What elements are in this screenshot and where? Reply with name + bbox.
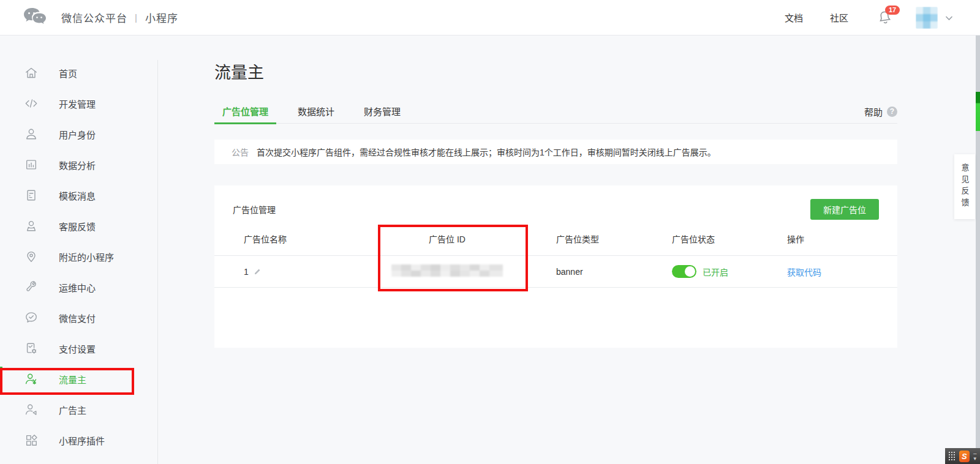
sidebar-item-nearby-miniprograms[interactable]: 附近的小程序	[0, 241, 157, 272]
get-code-link[interactable]: 获取代码	[787, 268, 821, 277]
ad-unit-management-card: 广告位管理 新建广告位 广告位名称 广告位 ID 广告位类型 广告位状态 操作 …	[214, 185, 897, 348]
ad-unit-table: 广告位名称 广告位 ID 广告位类型 广告位状态 操作 1	[214, 222, 897, 288]
sidebar-item-traffic-master[interactable]: 流量主	[0, 364, 157, 394]
page-title: 流量主	[214, 61, 897, 84]
sidebar-item-template-message[interactable]: 模板消息	[0, 180, 157, 211]
ad-unit-type: banner	[527, 267, 612, 277]
pay-settings-icon	[24, 342, 38, 355]
monetization-user-icon	[24, 372, 38, 386]
plugin-grid-icon	[24, 433, 38, 447]
main-content: 流量主 广告位管理 数据统计 财务管理 帮助 ? 公告 首次提交小程序广告组件，…	[214, 36, 897, 348]
sidebar-item-pay-settings[interactable]: 支付设置	[0, 333, 157, 364]
wechat-pay-icon	[24, 311, 38, 324]
sidebar-item-label: 附近的小程序	[59, 250, 114, 263]
feedback-tab[interactable]: 意见反馈	[954, 154, 975, 219]
col-header-action: 操作	[741, 233, 897, 245]
sidebar-item-customer-service[interactable]: 客服反馈	[0, 211, 157, 241]
question-circle-icon: ?	[887, 107, 897, 117]
sidebar-item-label: 流量主	[59, 373, 86, 386]
help-label: 帮助	[864, 105, 883, 118]
sidebar-item-ops-center[interactable]: 运维中心	[0, 272, 157, 302]
nav-community-link[interactable]: 社区	[830, 11, 848, 24]
brand-separator: |	[135, 12, 138, 23]
col-header-ad-name: 广告位名称	[214, 233, 368, 245]
col-header-ad-status: 广告位状态	[612, 233, 741, 245]
screenshot-tool-widget: S − ▼	[945, 448, 980, 464]
home-icon	[24, 66, 38, 80]
wrench-icon	[24, 280, 38, 294]
toggle-knob	[685, 266, 695, 277]
notification-bell[interactable]: 17	[878, 10, 892, 26]
sidebar-item-label: 支付设置	[59, 342, 96, 355]
sidebar-item-label: 首页	[59, 67, 77, 80]
sidebar-item-label: 运维中心	[59, 281, 96, 294]
bar-chart-icon	[24, 158, 38, 171]
help-button[interactable]: 帮助 ?	[864, 100, 897, 123]
announcement-bar: 公告 首次提交小程序广告组件，需经过合规性审核才能在线上展示；审核时间为1个工作…	[214, 140, 897, 164]
tab-ad-unit-management[interactable]: 广告位管理	[214, 100, 276, 123]
advertiser-user-icon	[24, 403, 38, 416]
ad-unit-name: 1	[244, 267, 249, 277]
sidebar-item-home[interactable]: 首页	[0, 58, 157, 88]
announcement-text: 首次提交小程序广告组件，需经过合规性审核才能在线上展示；审核时间为1个工作日，审…	[257, 146, 716, 158]
sidebar-item-label: 用户身份	[59, 128, 96, 141]
ad-unit-id-redacted	[391, 263, 503, 280]
minimize-icon[interactable]: −	[973, 451, 977, 456]
grid-dots-icon[interactable]	[948, 451, 957, 461]
sidebar-item-advertiser[interactable]: 广告主	[0, 394, 157, 425]
create-ad-unit-button[interactable]: 新建广告位	[810, 199, 879, 220]
notification-badge: 17	[885, 6, 900, 15]
tab-bar: 广告位管理 数据统计 财务管理 帮助 ?	[214, 100, 897, 124]
caret-down-icon[interactable]: ▼	[973, 456, 978, 462]
tab-data-statistics[interactable]: 数据统计	[290, 100, 342, 123]
tab-finance-management[interactable]: 财务管理	[356, 100, 409, 123]
wechat-logo-icon	[22, 7, 49, 29]
brand-sub: 小程序	[145, 10, 178, 25]
code-icon	[24, 97, 38, 110]
sidebar: 首页 开发管理 用户身份 数据分析 模板消息 客服反馈 附近的小	[0, 36, 157, 464]
status-toggle[interactable]	[672, 265, 696, 278]
sidebar-item-label: 模板消息	[59, 189, 96, 202]
top-header: 微信公众平台 | 小程序 文档 社区 17	[0, 0, 980, 36]
avatar-blurred-image	[916, 7, 938, 29]
col-header-ad-id: 广告位 ID	[368, 233, 527, 245]
brand-main: 微信公众平台	[61, 10, 127, 25]
sidebar-item-wechat-pay[interactable]: 微信支付	[0, 302, 157, 333]
sidebar-item-label: 小程序插件	[59, 434, 105, 447]
scrollbar-thumb[interactable]	[976, 92, 980, 131]
sidebar-item-label: 客服反馈	[59, 220, 96, 233]
sidebar-item-label: 微信支付	[59, 312, 96, 324]
sidebar-item-label: 开发管理	[59, 97, 96, 110]
col-header-ad-type: 广告位类型	[527, 233, 612, 245]
location-pin-icon	[24, 250, 38, 263]
table-row: 1 banner 已开启	[214, 256, 897, 288]
table-header-row: 广告位名称 广告位 ID 广告位类型 广告位状态 操作	[214, 222, 897, 256]
sidebar-item-label: 广告主	[59, 403, 86, 416]
sidebar-item-dev-management[interactable]: 开发管理	[0, 88, 157, 119]
snipaste-s-icon[interactable]: S	[959, 451, 970, 462]
sidebar-item-miniprogram-plugins[interactable]: 小程序插件	[0, 425, 157, 455]
sidebar-divider	[157, 60, 158, 464]
announcement-prefix: 公告	[232, 146, 249, 158]
sidebar-item-label: 数据分析	[59, 159, 96, 171]
chevron-down-icon[interactable]	[945, 12, 953, 23]
template-message-icon	[24, 189, 38, 202]
nav-docs-link[interactable]: 文档	[785, 11, 803, 24]
customer-service-icon	[24, 219, 38, 233]
brand: 微信公众平台 | 小程序	[22, 7, 178, 29]
status-label: 已开启	[703, 266, 728, 278]
sidebar-item-data-analysis[interactable]: 数据分析	[0, 149, 157, 180]
user-icon	[24, 127, 38, 141]
avatar[interactable]	[916, 7, 938, 29]
sidebar-item-user-identity[interactable]: 用户身份	[0, 119, 157, 149]
card-title: 广告位管理	[233, 203, 276, 215]
pencil-icon[interactable]	[253, 267, 262, 276]
